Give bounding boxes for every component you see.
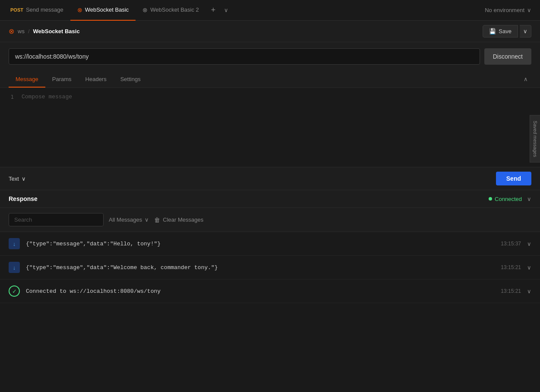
- compose-editor[interactable]: [0, 88, 540, 166]
- breadcrumb-ws-icon: ⊗: [9, 27, 14, 35]
- main-content: 1 Text ∨ Send Saved messages: [0, 88, 540, 190]
- incoming-message-icon-1: ↓: [9, 238, 20, 249]
- breadcrumb-separator: /: [28, 28, 30, 34]
- format-chevron-icon: ∨: [22, 176, 26, 182]
- message-expand-1[interactable]: ∨: [527, 241, 531, 247]
- breadcrumb-prefix: ws: [18, 28, 25, 34]
- message-text-2: {"type":"message","data":"Welcome back, …: [26, 264, 495, 271]
- message-expand-3[interactable]: ∨: [527, 288, 531, 295]
- message-row: ↓ {"type":"message","data":"Hello, tony!…: [0, 232, 540, 256]
- clear-label: Clear Messages: [163, 216, 203, 223]
- connected-dot-icon: [489, 197, 492, 201]
- search-input[interactable]: [9, 213, 104, 226]
- disconnect-button[interactable]: Disconnect: [484, 48, 531, 65]
- filter-chevron-icon: ∨: [145, 216, 149, 223]
- message-text-1: {"type":"message","data":"Hello, tony!"}: [26, 241, 495, 247]
- save-dropdown-button[interactable]: ∨: [520, 25, 531, 38]
- environment-select[interactable]: No environment ∨: [480, 7, 537, 13]
- tab-websocket-basic-label: WebSocket Basic: [85, 6, 129, 13]
- message-expand-2[interactable]: ∨: [527, 264, 531, 271]
- send-button[interactable]: Send: [496, 172, 531, 185]
- clear-messages-button[interactable]: 🗑 Clear Messages: [154, 216, 203, 223]
- collapse-request-button[interactable]: ∧: [520, 72, 531, 86]
- tab-websocket-basic[interactable]: ⊗ WebSocket Basic: [70, 0, 136, 21]
- all-messages-filter[interactable]: All Messages ∨: [109, 216, 149, 223]
- request-tabs: Message Params Headers Settings ∧: [0, 71, 540, 88]
- tab-settings[interactable]: Settings: [114, 71, 148, 88]
- save-button[interactable]: 💾 Save: [483, 25, 518, 38]
- url-section: Disconnect: [0, 42, 540, 71]
- environment-label: No environment: [485, 7, 524, 13]
- env-chevron-icon: ∨: [527, 7, 531, 13]
- websocket-basic-2-icon: ⊗: [142, 6, 148, 13]
- save-icon: 💾: [489, 28, 496, 34]
- response-actions: Connected ∨: [489, 196, 531, 202]
- response-collapse-button[interactable]: ∨: [527, 196, 531, 202]
- add-tab-button[interactable]: +: [206, 6, 221, 15]
- message-time-3: 13:15:21: [501, 288, 521, 294]
- line-number-1: 1: [0, 92, 17, 102]
- tab-overflow-button[interactable]: ∨: [221, 7, 232, 13]
- saved-messages-tab[interactable]: Saved messages: [530, 115, 540, 163]
- message-row: ✓ Connected to ws://localhost:8080/ws/to…: [0, 279, 540, 303]
- format-bar: Text ∨ Send: [0, 167, 540, 190]
- tab-send-message-label: Send message: [26, 6, 63, 13]
- message-row: ↓ {"type":"message","data":"Welcome back…: [0, 256, 540, 279]
- tab-message[interactable]: Message: [9, 71, 45, 88]
- incoming-message-icon-2: ↓: [9, 262, 20, 273]
- breadcrumb-bar: ⊗ ws / WebSocket Basic 💾 Save ∨: [0, 21, 540, 42]
- line-numbers: 1: [0, 88, 17, 106]
- message-time-1: 13:15:37: [501, 241, 521, 247]
- compose-area: 1: [0, 88, 540, 167]
- check-icon: ✓: [12, 288, 17, 295]
- tab-headers[interactable]: Headers: [79, 71, 114, 88]
- url-input[interactable]: [9, 48, 480, 65]
- save-label: Save: [499, 28, 512, 34]
- response-title: Response: [9, 195, 38, 202]
- tab-websocket-basic-2-label: WebSocket Basic 2: [150, 6, 199, 13]
- tab-send-message[interactable]: POST Send message: [3, 0, 70, 21]
- messages-list: ↓ {"type":"message","data":"Hello, tony!…: [0, 232, 540, 303]
- tab-bar: POST Send message ⊗ WebSocket Basic ⊗ We…: [0, 0, 540, 21]
- response-section: Response Connected ∨ All Messages ∨ 🗑 Cl…: [0, 190, 540, 303]
- trash-icon: 🗑: [154, 216, 160, 223]
- message-time-2: 13:15:21: [501, 264, 521, 270]
- websocket-basic-icon: ⊗: [77, 6, 82, 13]
- tab-websocket-basic-2[interactable]: ⊗ WebSocket Basic 2: [136, 0, 205, 21]
- tab-params[interactable]: Params: [45, 71, 79, 88]
- response-filters: All Messages ∨ 🗑 Clear Messages: [0, 208, 540, 232]
- breadcrumb-actions: 💾 Save ∨: [483, 25, 531, 38]
- format-label: Text: [9, 176, 19, 182]
- message-text-3: Connected to ws://localhost:8080/ws/tony: [26, 288, 495, 295]
- post-badge: POST: [10, 7, 23, 13]
- breadcrumb-current: WebSocket Basic: [33, 28, 80, 34]
- connected-message-icon: ✓: [9, 285, 20, 297]
- arrow-down-icon-2: ↓: [13, 264, 16, 271]
- connected-label: Connected: [495, 196, 522, 202]
- compose-wrapper: 1 Text ∨ Send: [0, 88, 540, 190]
- arrow-down-icon-1: ↓: [13, 241, 16, 247]
- filter-label: All Messages: [109, 216, 142, 223]
- connected-badge: Connected: [489, 196, 522, 202]
- response-header: Response Connected ∨: [0, 190, 540, 208]
- format-select[interactable]: Text ∨: [9, 176, 26, 182]
